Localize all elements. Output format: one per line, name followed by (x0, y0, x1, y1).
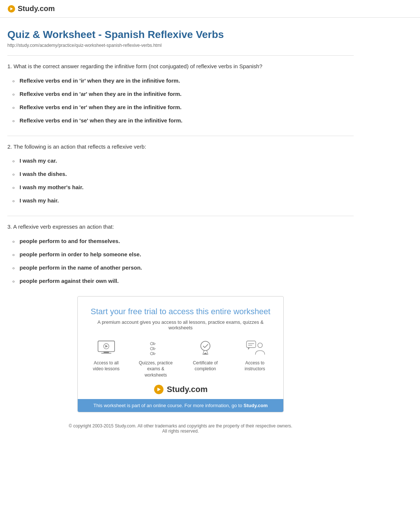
radio-icon: ⚬ (11, 238, 16, 245)
svg-point-11 (150, 347, 153, 350)
radio-icon: ⚬ (11, 171, 16, 178)
logo-text: Study.com (18, 4, 55, 13)
feature-certificate: Certificate ofcompletion (188, 339, 223, 378)
radio-icon: ⚬ (11, 184, 16, 191)
q1-answer-3-text: Reflexive verbs end in 'er' when they ar… (20, 104, 182, 110)
feature-instructors: Access toinstructors (238, 339, 273, 378)
feature-certificate-label: Certificate ofcompletion (193, 360, 218, 372)
feature-instructors-label: Access toinstructors (245, 360, 265, 372)
divider-q2 (7, 216, 354, 216)
q3-answer-2-text: people perform in order to help someone … (20, 251, 141, 257)
footer: © copyright 2003-2015 Study.com. All oth… (7, 420, 354, 437)
monitor-icon (95, 339, 117, 357)
footer-rights: All rights reserved. (11, 429, 350, 434)
q3-answer-1[interactable]: ⚬ people perform to and for themselves. (7, 238, 354, 245)
q2-answer-4[interactable]: ⚬ I wash my hair. (7, 197, 354, 205)
page-url: http://study.com/academy/practice/quiz-w… (7, 43, 354, 48)
divider-top (7, 55, 354, 56)
q3-answer-3-text: people perform in the name of another pe… (20, 264, 142, 271)
header: Study.com (0, 0, 420, 18)
cta-title: Start your free trial to access this ent… (89, 307, 272, 316)
radio-icon: ⚬ (11, 278, 16, 285)
radio-icon: ⚬ (11, 265, 16, 272)
svg-point-19 (201, 341, 210, 350)
svg-marker-24 (248, 348, 250, 350)
radio-icon: ⚬ (11, 252, 16, 259)
q2-body: The following is an action that reflects… (13, 143, 146, 150)
q3-answer-4[interactable]: ⚬ people perform against their own will. (7, 278, 354, 285)
q3-body: A reflexive verb expresses an action tha… (13, 223, 114, 230)
instructor-icon (244, 339, 266, 357)
cta-banner: This worksheet is part of an online cour… (78, 399, 283, 412)
q3-answer-2[interactable]: ⚬ people perform in order to help someon… (7, 251, 354, 259)
cta-features-row: Access to allvideo lessons (89, 339, 272, 378)
svg-rect-4 (101, 353, 111, 354)
svg-marker-6 (105, 345, 108, 347)
page-title: Quiz & Worksheet - Spanish Reflexive Ver… (7, 29, 354, 41)
cta-box: Start your free trial to access this ent… (77, 296, 284, 412)
radio-icon: ⚬ (11, 198, 16, 205)
cta-logo-icon (154, 384, 164, 395)
q1-answer-2-text: Reflexive verbs end in 'ar' when they ar… (20, 91, 182, 97)
question-2-text: 2. The following is an action that refle… (7, 143, 354, 151)
q1-body: What is the correct answer regarding the… (14, 63, 262, 69)
logo-icon (7, 5, 15, 13)
list-icon (145, 339, 167, 357)
q1-answer-1[interactable]: ⚬ Reflexive verbs end in 'ir' when they … (7, 77, 354, 85)
q2-answer-2[interactable]: ⚬ I wash the dishes. (7, 171, 354, 178)
question-3-text: 3. A reflexive verb expresses an action … (7, 223, 354, 231)
divider-q1 (7, 136, 354, 136)
svg-rect-3 (104, 351, 109, 353)
svg-point-27 (258, 343, 263, 348)
q1-answer-4-text: Reflexive verbs end in 'se' when they ar… (20, 117, 182, 124)
question-3: 3. A reflexive verb expresses an action … (7, 223, 354, 285)
q1-number: 1 (7, 63, 10, 69)
q2-answer-2-text: I wash the dishes. (20, 171, 67, 177)
logo[interactable]: Study.com (7, 4, 413, 13)
q3-answer-1-text: people perform to and for themselves. (20, 238, 120, 244)
cta-banner-link[interactable]: Study.com (244, 403, 268, 408)
cta-subtitle: A premium account gives you access to al… (89, 319, 272, 330)
q2-answer-1[interactable]: ⚬ I wash my car. (7, 157, 354, 165)
q1-answer-3[interactable]: ⚬ Reflexive verbs end in 'er' when they … (7, 104, 354, 111)
cta-logo-text: Study.com (167, 385, 208, 394)
q2-answer-1-text: I wash my car. (20, 157, 57, 164)
q1-answer-2[interactable]: ⚬ Reflexive verbs end in 'ar' when they … (7, 91, 354, 98)
q1-answer-1-text: Reflexive verbs end in 'ir' when they ar… (20, 77, 180, 84)
radio-icon: ⚬ (11, 158, 16, 165)
q2-answer-4-text: I wash my hair. (20, 197, 59, 204)
footer-copyright: © copyright 2003-2015 Study.com. All oth… (11, 423, 350, 429)
radio-icon: ⚬ (11, 118, 16, 125)
feature-quizzes-label: Quizzes, practiceexams & worksheets (139, 360, 174, 378)
question-2: 2. The following is an action that refle… (7, 143, 354, 205)
radio-icon: ⚬ (11, 104, 16, 111)
q2-number: 2 (7, 143, 10, 150)
radio-icon: ⚬ (11, 91, 16, 98)
certificate-icon (194, 339, 216, 357)
cta-logo-row: Study.com (89, 384, 272, 395)
q3-number: 3 (7, 223, 10, 230)
q3-answer-3[interactable]: ⚬ people perform in the name of another … (7, 264, 354, 272)
feature-quizzes: Quizzes, practiceexams & worksheets (139, 339, 174, 378)
radio-icon: ⚬ (11, 78, 16, 85)
q2-answer-3[interactable]: ⚬ I wash my mother's hair. (7, 184, 354, 191)
question-1-text: 1. What is the correct answer regarding … (7, 62, 354, 71)
logo-name: Study.com (18, 4, 55, 13)
feature-video-label: Access to allvideo lessons (93, 360, 120, 372)
q2-answer-3-text: I wash my mother's hair. (20, 184, 84, 190)
svg-point-15 (150, 352, 153, 355)
svg-rect-23 (246, 341, 256, 348)
q1-answer-4[interactable]: ⚬ Reflexive verbs end in 'se' when they … (7, 117, 354, 125)
feature-video: Access to allvideo lessons (89, 339, 124, 378)
svg-point-7 (150, 342, 153, 345)
q3-answer-4-text: people perform against their own will. (20, 278, 119, 284)
question-1: 1. What is the correct answer regarding … (7, 62, 354, 125)
main-content: Quiz & Worksheet - Spanish Reflexive Ver… (0, 18, 361, 445)
cta-banner-text: This worksheet is part of an online cour… (93, 403, 244, 408)
